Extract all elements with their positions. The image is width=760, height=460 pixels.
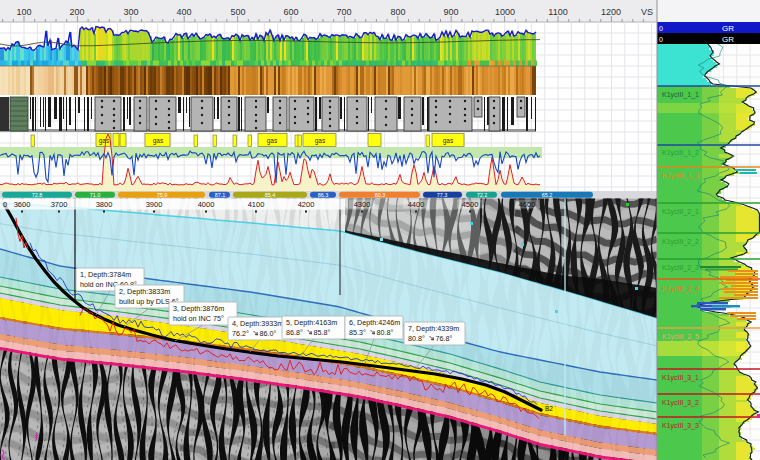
svg-text:gas: gas bbox=[99, 137, 110, 145]
svg-text:6, Depth:4246m: 6, Depth:4246m bbox=[349, 318, 400, 327]
svg-text:4200: 4200 bbox=[298, 200, 315, 209]
svg-text:0: 0 bbox=[659, 36, 663, 43]
svg-text:85.8°: 85.8° bbox=[314, 328, 331, 337]
svg-text:GR: GR bbox=[722, 24, 734, 33]
svg-text:K1ycIII_3_3: K1ycIII_3_3 bbox=[662, 422, 699, 430]
svg-text:200: 200 bbox=[69, 7, 84, 17]
svg-text:100: 100 bbox=[16, 7, 31, 17]
svg-text:B2: B2 bbox=[545, 405, 553, 412]
svg-text:500: 500 bbox=[230, 7, 245, 17]
svg-text:1, Depth:3784m: 1, Depth:3784m bbox=[80, 270, 131, 279]
svg-text:4400: 4400 bbox=[408, 200, 425, 209]
svg-text:K1ycIII_2_3: K1ycIII_2_3 bbox=[662, 264, 699, 272]
svg-text:hold on INC 75°: hold on INC 75° bbox=[173, 314, 224, 323]
svg-text:K1ycIII_3_2: K1ycIII_3_2 bbox=[662, 399, 699, 407]
svg-text:5, Depth:4163m: 5, Depth:4163m bbox=[286, 318, 337, 327]
svg-text:80.8°: 80.8° bbox=[408, 334, 425, 343]
svg-text:800: 800 bbox=[390, 7, 405, 17]
svg-text:85.3°: 85.3° bbox=[349, 328, 366, 337]
svg-text:3700: 3700 bbox=[51, 200, 68, 209]
svg-text:65.2: 65.2 bbox=[542, 192, 553, 198]
svg-text:400: 400 bbox=[176, 7, 191, 17]
svg-text:76.8°: 76.8° bbox=[436, 334, 453, 343]
svg-text:7, Depth:4339m: 7, Depth:4339m bbox=[408, 324, 459, 333]
svg-text:gas: gas bbox=[443, 137, 454, 145]
svg-text:71.0: 71.0 bbox=[90, 192, 101, 198]
svg-text:4, Depth:3933m: 4, Depth:3933m bbox=[232, 319, 283, 328]
svg-text:K1ycIII_1_1: K1ycIII_1_1 bbox=[662, 91, 699, 99]
svg-text:0: 0 bbox=[3, 200, 7, 209]
svg-text:1100: 1100 bbox=[548, 7, 567, 17]
svg-text:0: 0 bbox=[659, 25, 663, 32]
svg-text:3900: 3900 bbox=[146, 200, 163, 209]
svg-text:K1ycIII_3_1: K1ycIII_3_1 bbox=[662, 374, 699, 382]
svg-text:2, Depth:3833m: 2, Depth:3833m bbox=[119, 287, 170, 296]
svg-text:K1ycIII_2_5: K1ycIII_2_5 bbox=[662, 333, 699, 341]
svg-text:86.0°: 86.0° bbox=[260, 329, 277, 338]
svg-text:K1ycIII_2_2: K1ycIII_2_2 bbox=[662, 238, 699, 246]
svg-text:gas: gas bbox=[153, 137, 164, 145]
svg-text:K1ycIII_2_1: K1ycIII_2_1 bbox=[662, 208, 699, 216]
svg-text:GR: GR bbox=[722, 35, 734, 44]
svg-text:4000: 4000 bbox=[198, 200, 215, 209]
svg-text:VS: VS bbox=[641, 7, 653, 17]
svg-text:4100: 4100 bbox=[248, 200, 265, 209]
svg-text:4600: 4600 bbox=[519, 200, 536, 209]
svg-text:87.1: 87.1 bbox=[215, 192, 226, 198]
svg-text:75.9: 75.9 bbox=[157, 192, 168, 198]
svg-text:76.2°: 76.2° bbox=[232, 329, 249, 338]
svg-text:86.8°: 86.8° bbox=[286, 328, 303, 337]
svg-text:72.8: 72.8 bbox=[32, 192, 43, 198]
svg-text:300: 300 bbox=[123, 7, 138, 17]
svg-text:3, Depth:3876m: 3, Depth:3876m bbox=[173, 304, 224, 313]
svg-text:80.8°: 80.8° bbox=[377, 328, 394, 337]
svg-text:gas: gas bbox=[267, 137, 278, 145]
svg-text:86.3: 86.3 bbox=[318, 192, 329, 198]
svg-text:3800: 3800 bbox=[96, 200, 113, 209]
svg-text:K1ycIII_1_3: K1ycIII_1_3 bbox=[662, 172, 699, 180]
svg-text:3600: 3600 bbox=[14, 200, 31, 209]
svg-text:K1ycIII_1_2: K1ycIII_1_2 bbox=[662, 149, 699, 157]
svg-text:80.3: 80.3 bbox=[375, 192, 386, 198]
svg-text:77.3: 77.3 bbox=[437, 192, 448, 198]
svg-text:600: 600 bbox=[283, 7, 298, 17]
svg-text:K1ycIII_2_4: K1ycIII_2_4 bbox=[662, 285, 699, 293]
svg-text:72.2: 72.2 bbox=[477, 192, 488, 198]
svg-text:900: 900 bbox=[443, 7, 458, 17]
svg-text:700: 700 bbox=[336, 7, 351, 17]
svg-text:gas: gas bbox=[315, 137, 326, 145]
svg-text:4500: 4500 bbox=[462, 200, 479, 209]
svg-text:1200: 1200 bbox=[601, 7, 621, 17]
svg-text:85.4: 85.4 bbox=[265, 192, 276, 198]
svg-text:4300: 4300 bbox=[354, 200, 371, 209]
svg-text:1000: 1000 bbox=[495, 7, 515, 17]
